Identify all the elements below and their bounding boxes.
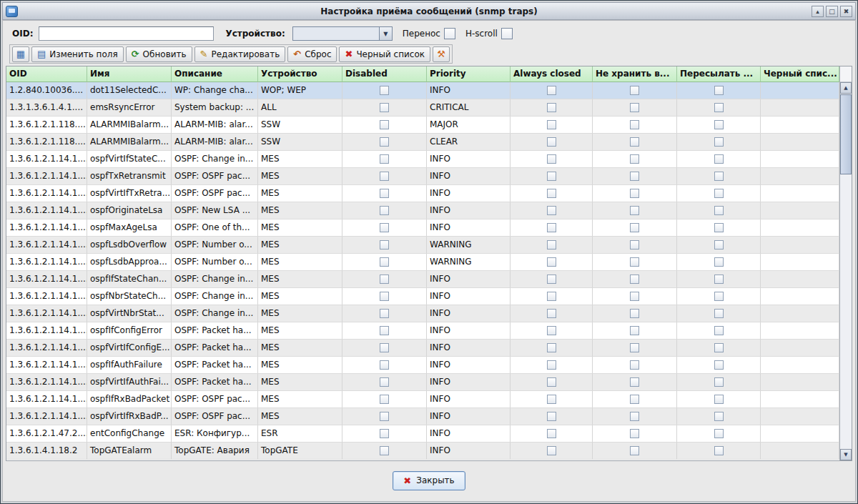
table-row[interactable]: 1.3.6.1.2.1.14.1....ospfIfRxBadPacketOSP… <box>6 391 839 408</box>
close-button[interactable]: ✖ Закрыть <box>393 471 465 490</box>
always_closed-checkbox[interactable] <box>547 343 556 352</box>
column-header[interactable]: Имя <box>87 66 172 82</box>
forward-checkbox[interactable] <box>714 103 724 112</box>
disabled-checkbox[interactable] <box>380 377 389 387</box>
no_store-checkbox[interactable] <box>630 412 639 421</box>
disabled-checkbox[interactable] <box>380 429 389 438</box>
tool-button[interactable]: ⚒ <box>433 46 450 62</box>
table-row[interactable]: 1.3.6.1.2.1.14.1....ospfMaxAgeLsaOSPF: O… <box>6 219 839 237</box>
always_closed-checkbox[interactable] <box>547 412 556 421</box>
always_closed-checkbox[interactable] <box>547 257 556 267</box>
no_store-checkbox[interactable] <box>630 172 639 181</box>
column-header[interactable]: Priority <box>427 66 511 82</box>
table-row[interactable]: 1.3.6.1.2.1.14.1....ospfOriginateLsaOSPF… <box>6 202 839 219</box>
disabled-checkbox[interactable] <box>380 172 389 181</box>
column-header[interactable]: Черный спис... <box>761 66 839 82</box>
no_store-checkbox[interactable] <box>630 326 639 335</box>
forward-checkbox[interactable] <box>714 429 724 438</box>
column-header[interactable]: Не хранить в... <box>593 66 677 82</box>
no_store-checkbox[interactable] <box>630 154 639 164</box>
always_closed-checkbox[interactable] <box>547 137 556 147</box>
table-row[interactable]: 1.3.6.1.2.1.14.1....ospfVirtNbrStat...OS… <box>6 305 839 322</box>
disabled-checkbox[interactable] <box>380 86 389 95</box>
no_store-checkbox[interactable] <box>630 275 639 284</box>
forward-checkbox[interactable] <box>714 326 724 335</box>
disabled-checkbox[interactable] <box>380 257 389 267</box>
table-row[interactable]: 1.2.840.10036....dot11SelectedC...WP: Ch… <box>6 82 839 99</box>
no_store-checkbox[interactable] <box>630 257 639 267</box>
no_store-checkbox[interactable] <box>630 377 639 387</box>
table-row[interactable]: 1.3.6.1.2.1.14.1....ospfIfAuthFailureOSP… <box>6 357 839 374</box>
always_closed-checkbox[interactable] <box>547 446 556 455</box>
close-window-button[interactable]: ✖ <box>840 6 852 17</box>
table-row[interactable]: 1.3.6.1.2.1.14.1....ospfLsdbApproa...OSP… <box>6 254 839 271</box>
forward-checkbox[interactable] <box>714 86 724 95</box>
table-row[interactable]: 1.3.6.1.4.1.18.2TopGATEalarmTopGATE: Ава… <box>6 443 839 460</box>
table-row[interactable]: 1.3.6.1.2.1.118....ALARMMIBalarm...ALARM… <box>6 134 839 151</box>
disabled-checkbox[interactable] <box>380 275 389 284</box>
column-header[interactable]: OID <box>6 66 87 82</box>
forward-checkbox[interactable] <box>714 137 724 147</box>
table-row[interactable]: 1.3.6.1.2.1.14.1....ospfIfStateChan...OS… <box>6 271 839 288</box>
always_closed-checkbox[interactable] <box>547 206 556 215</box>
disabled-checkbox[interactable] <box>380 343 389 352</box>
wrap-checkbox[interactable] <box>444 28 455 39</box>
column-header[interactable]: Disabled <box>342 66 427 82</box>
disabled-checkbox[interactable] <box>380 206 389 215</box>
forward-checkbox[interactable] <box>714 223 724 232</box>
no_store-checkbox[interactable] <box>630 395 639 404</box>
table-row[interactable]: 1.3.6.1.2.1.14.1....ospfLsdbOverflowOSPF… <box>6 237 839 254</box>
forward-checkbox[interactable] <box>714 377 724 387</box>
disabled-checkbox[interactable] <box>380 120 389 129</box>
forward-checkbox[interactable] <box>714 446 724 455</box>
column-header[interactable]: Устройство <box>258 66 342 82</box>
edit-button[interactable]: ✎ Редактировать <box>194 46 286 62</box>
always_closed-checkbox[interactable] <box>547 240 556 249</box>
table-row[interactable]: 1.3.6.1.2.1.118....ALARMMIBalarm...ALARM… <box>6 117 839 134</box>
forward-checkbox[interactable] <box>714 120 724 129</box>
always_closed-checkbox[interactable] <box>547 326 556 335</box>
disabled-checkbox[interactable] <box>380 240 389 249</box>
always_closed-checkbox[interactable] <box>547 275 556 284</box>
forward-checkbox[interactable] <box>714 154 724 164</box>
no_store-checkbox[interactable] <box>630 189 639 198</box>
always_closed-checkbox[interactable] <box>547 395 556 404</box>
no_store-checkbox[interactable] <box>630 309 639 318</box>
always_closed-checkbox[interactable] <box>547 223 556 232</box>
column-header[interactable]: Пересылать ... <box>677 66 761 82</box>
forward-checkbox[interactable] <box>714 240 724 249</box>
table-row[interactable]: 1.3.6.1.2.1.47.2....entConfigChangeESR: … <box>6 425 839 443</box>
table-row[interactable]: 1.3.6.1.2.1.14.1....ospfVirtIfRxBadP...O… <box>6 408 839 425</box>
column-header[interactable]: Always closed <box>511 66 593 82</box>
forward-checkbox[interactable] <box>714 412 724 421</box>
column-header[interactable]: Описание <box>172 66 258 82</box>
disabled-checkbox[interactable] <box>380 154 389 164</box>
always_closed-checkbox[interactable] <box>547 309 556 318</box>
always_closed-checkbox[interactable] <box>547 292 556 301</box>
no_store-checkbox[interactable] <box>630 429 639 438</box>
no_store-checkbox[interactable] <box>630 223 639 232</box>
no_store-checkbox[interactable] <box>630 360 639 370</box>
disabled-checkbox[interactable] <box>380 103 389 112</box>
no_store-checkbox[interactable] <box>630 292 639 301</box>
scrollbar-thumb[interactable] <box>840 94 852 174</box>
scroll-down-icon[interactable]: ▼ <box>840 449 852 460</box>
forward-checkbox[interactable] <box>714 360 724 370</box>
always_closed-checkbox[interactable] <box>547 86 556 95</box>
always_closed-checkbox[interactable] <box>547 120 556 129</box>
table-row[interactable]: 1.3.6.1.2.1.14.1....ospfVirtIfStateC...O… <box>6 151 839 168</box>
device-combobox[interactable]: ▼ <box>292 26 393 41</box>
title-bar[interactable]: Настройка приёма сообщений (snmp traps) … <box>2 2 856 20</box>
table-row[interactable]: 1.3.6.1.2.1.14.1....ospfVirtIfAuthFai...… <box>6 374 839 391</box>
disabled-checkbox[interactable] <box>380 360 389 370</box>
disabled-checkbox[interactable] <box>380 309 389 318</box>
table-row[interactable]: 1.3.1.3.6.1.4.1....emsRsyncErrorSystem b… <box>6 99 839 117</box>
forward-checkbox[interactable] <box>714 275 724 284</box>
no_store-checkbox[interactable] <box>630 103 639 112</box>
scroll-up-icon[interactable]: ▲ <box>840 82 852 94</box>
forward-checkbox[interactable] <box>714 257 724 267</box>
always_closed-checkbox[interactable] <box>547 189 556 198</box>
maximize-button[interactable]: □ <box>826 6 838 17</box>
always_closed-checkbox[interactable] <box>547 377 556 387</box>
disabled-checkbox[interactable] <box>380 292 389 301</box>
